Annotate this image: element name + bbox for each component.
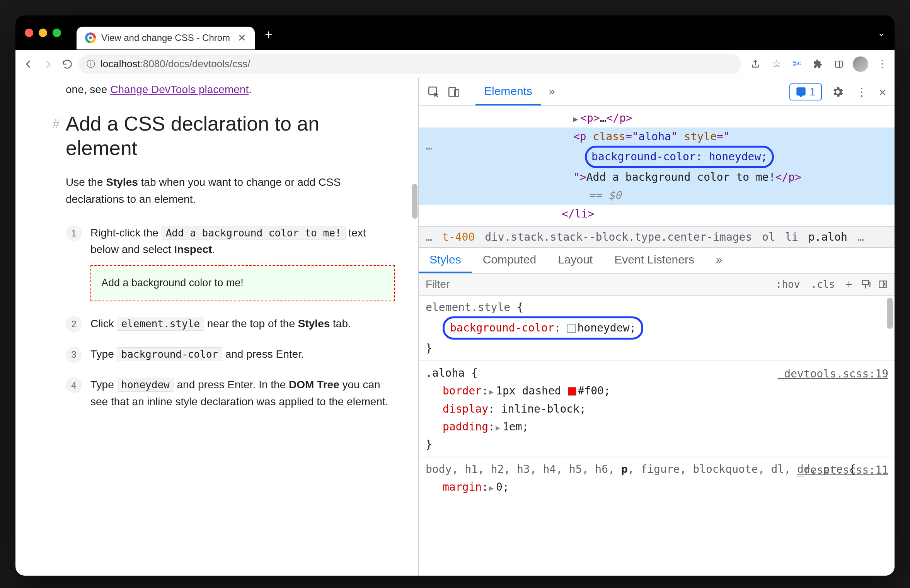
example-box[interactable]: Add a background color to me!	[90, 265, 395, 301]
chrome-favicon-icon	[85, 32, 96, 43]
hov-toggle-button[interactable]: :hov	[771, 276, 805, 292]
gear-icon[interactable]	[829, 85, 847, 99]
devtools-toolbar: Elements » 1 ⋮ ✕	[419, 78, 895, 106]
expand-triangle-icon[interactable]: ▶	[489, 482, 494, 495]
dom-gutter-ellipsis[interactable]: ⋯	[426, 138, 434, 158]
titlebar: View and change CSS - Chrom ✕ ＋ ⌄	[15, 15, 895, 50]
source-link[interactable]: _devtools.scss:19	[777, 365, 888, 383]
url-bar[interactable]: ⓘ localhost:8080/docs/devtools/css/	[79, 54, 741, 74]
new-style-rule-icon[interactable]: ＋	[841, 277, 857, 292]
extensions-puzzle-icon[interactable]	[811, 57, 825, 71]
chrome-menu-icon[interactable]: ⋮	[875, 57, 889, 71]
expand-triangle-icon[interactable]: ▶	[489, 386, 494, 398]
lead-paragraph: Use the Styles tab when you want to chan…	[66, 174, 395, 207]
tab-layout[interactable]: Layout	[547, 248, 603, 273]
step-2-code: element.style	[117, 317, 204, 331]
dom-line-p-collapsed[interactable]: ▶<p>…</p>	[419, 109, 895, 127]
highlighted-style-declaration: background-color: honeydew;	[585, 146, 774, 168]
expand-triangle-icon[interactable]: ▶	[573, 114, 578, 124]
styles-filter-row: :hov .cls ＋	[419, 274, 895, 296]
intro-line: one, see Change DevTools placement.	[66, 81, 395, 98]
expand-triangle-icon[interactable]: ▶	[496, 421, 500, 434]
steps-list: Right-click the Add a background color t…	[66, 224, 395, 410]
styles-filter-input[interactable]	[419, 274, 771, 295]
breadcrumb-item[interactable]: ol	[762, 231, 775, 243]
toolbar-icons: ☆ ✄ ⋮	[748, 56, 889, 72]
highlighted-declaration: background-color: honeydew;	[443, 316, 643, 340]
breadcrumb-item[interactable]: div.stack.stack--block.type.center-image…	[485, 231, 752, 243]
share-icon[interactable]	[748, 57, 762, 71]
maximize-window-button[interactable]	[53, 29, 61, 37]
breadcrumb-ellipsis-right[interactable]: …	[857, 231, 864, 243]
tabs-overflow-icon[interactable]: »	[543, 85, 561, 98]
anchor-hash-icon[interactable]: #	[53, 116, 60, 131]
issues-button[interactable]: 1	[789, 83, 822, 100]
minimize-window-button[interactable]	[39, 29, 47, 37]
svg-rect-5	[862, 280, 869, 285]
tab-styles[interactable]: Styles	[419, 248, 472, 273]
color-swatch[interactable]	[567, 324, 576, 333]
color-swatch[interactable]	[568, 387, 576, 396]
scissors-icon[interactable]: ✄	[790, 57, 804, 71]
profile-avatar[interactable]	[853, 56, 868, 72]
source-link[interactable]: _reset.scss:11	[797, 461, 888, 479]
dom-line-li-close[interactable]: </li>	[419, 205, 895, 223]
browser-window: View and change CSS - Chrom ✕ ＋ ⌄ ⓘ loca…	[15, 15, 895, 576]
forward-button[interactable]	[40, 56, 56, 72]
breadcrumb-item[interactable]: li	[785, 231, 798, 243]
device-toggle-icon[interactable]	[445, 83, 463, 101]
address-bar: ⓘ localhost:8080/docs/devtools/css/ ☆ ✄ …	[15, 50, 895, 78]
step-4: Type honeydew and press Enter. In the DO…	[66, 376, 395, 410]
paint-bucket-icon[interactable]	[858, 277, 874, 292]
rule-aloha[interactable]: _devtools.scss:19 .aloha { border:▶1px d…	[419, 361, 895, 457]
reload-button[interactable]	[60, 56, 75, 72]
tab-elements[interactable]: Elements	[475, 78, 541, 105]
inspect-element-icon[interactable]	[425, 83, 443, 101]
page-heading: # Add a CSS declaration to an element	[66, 112, 395, 160]
rule-selector: body, h1, h2, h3, h4, h5, h6, p, figure,…	[426, 463, 843, 476]
traffic-lights	[25, 29, 61, 37]
breadcrumb-item-active[interactable]: p.aloh	[808, 231, 847, 243]
step-3-code: background-color	[117, 347, 222, 361]
svg-rect-6	[879, 281, 887, 287]
page-content: one, see Change DevTools placement. # Ad…	[15, 78, 418, 576]
step-3: Type background-color and press Enter.	[66, 346, 395, 362]
tabs-dropdown-icon[interactable]: ⌄	[878, 27, 885, 38]
styles-tabstrip: Styles Computed Layout Event Listeners »	[419, 248, 895, 274]
styles-tabs-overflow-icon[interactable]: »	[705, 248, 733, 273]
bookmark-star-icon[interactable]: ☆	[769, 57, 783, 71]
url-text: localhost:8080/docs/devtools/css/	[101, 58, 250, 70]
styles-body: element.style { background-color: honeyd…	[419, 296, 895, 576]
breadcrumb-item[interactable]: t-400	[442, 231, 475, 243]
breadcrumb-ellipsis-left[interactable]: …	[426, 231, 432, 243]
step-1-code: Add a background color to me!	[162, 226, 346, 240]
back-button[interactable]	[21, 56, 36, 72]
page-scrollbar-thumb[interactable]	[412, 184, 418, 219]
svg-rect-0	[835, 61, 842, 67]
site-info-icon[interactable]: ⓘ	[87, 58, 95, 70]
toolbar-separator	[469, 84, 469, 100]
side-panel-icon[interactable]	[832, 57, 846, 71]
step-2: Click element.style near the top of the …	[66, 315, 395, 332]
devtools-menu-icon[interactable]: ⋮	[854, 85, 870, 99]
dom-tree[interactable]: ⋯ ▶<p>…</p> <p class="aloha" style=" bac…	[419, 106, 895, 226]
intro-link[interactable]: Change DevTools placement	[110, 83, 249, 95]
issues-count: 1	[809, 86, 816, 98]
new-tab-button[interactable]: ＋	[262, 26, 275, 43]
close-tab-icon[interactable]: ✕	[238, 32, 246, 44]
tab-title: View and change CSS - Chrom	[101, 32, 230, 43]
close-window-button[interactable]	[25, 29, 33, 37]
computed-sidebar-icon[interactable]	[875, 277, 891, 292]
tab-event-listeners[interactable]: Event Listeners	[603, 248, 705, 273]
step-4-code: honeydew	[117, 378, 174, 392]
devtools-close-icon[interactable]: ✕	[877, 85, 888, 99]
dom-selected-node[interactable]: <p class="aloha" style=" background-colo…	[419, 127, 895, 205]
rule-element-style[interactable]: element.style { background-color: honeyd…	[419, 296, 895, 362]
dom-breadcrumb[interactable]: … t-400 div.stack.stack--block.type.cent…	[419, 226, 895, 248]
devtools-panel: Elements » 1 ⋮ ✕ ⋯ ▶<p>	[418, 78, 895, 576]
tab-computed[interactable]: Computed	[472, 248, 547, 273]
cls-toggle-button[interactable]: .cls	[806, 276, 840, 292]
rule-reset[interactable]: _reset.scss:11 body, h1, h2, h3, h4, h5,…	[419, 457, 895, 499]
browser-tab[interactable]: View and change CSS - Chrom ✕	[77, 27, 255, 49]
step-1: Right-click the Add a background color t…	[66, 224, 395, 301]
